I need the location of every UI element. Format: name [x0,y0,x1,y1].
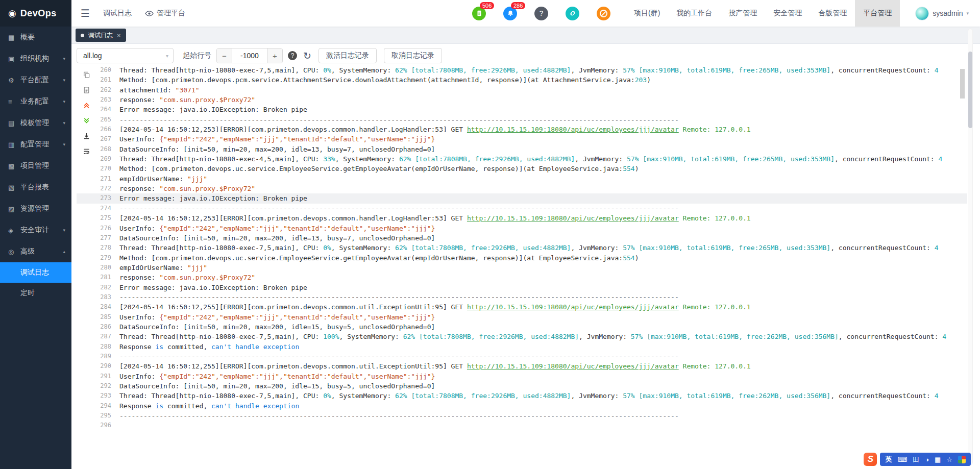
link-button[interactable] [566,7,579,20]
sidebar-item-business-config[interactable]: ≡业务配置▾ [0,91,71,112]
tab-debug-log[interactable]: 调试日志 × [76,29,126,42]
log-text: Thread: Thread[http-nio-18080-exec-7,5,m… [119,391,939,401]
sidebar-item-timer[interactable]: 定时 [0,283,71,303]
log-editor[interactable]: 260Thread: Thread[http-nio-18080-exec-7,… [77,67,967,433]
page-scrollbar[interactable] [968,29,973,465]
log-file-select[interactable]: all.log ▾ [77,48,174,63]
log-lines: 260Thread: Thread[http-nio-18080-exec-7,… [77,67,967,431]
documents-button[interactable]: 506 [472,7,486,20]
sogou-logo-icon[interactable]: S [864,453,877,466]
log-line: 266[2024-05-14 16:50:12,253][ERROR][com.… [77,125,967,134]
sidebar: ◉ DevOps ▦概要▣组织机构▾⚙平台配置▾≡业务配置▾▤模板管理▾▥配置管… [0,0,71,469]
log-text: response: "com.sun.proxy.$Proxy72" [119,95,255,105]
nav-project-group[interactable]: 项目(群) [626,0,668,27]
sidebar-item-resource[interactable]: ▨资源管理 [0,198,71,219]
chevron-up-icon: ▴ [63,249,65,254]
editor-scrollbar-thumb[interactable] [960,69,965,98]
devops-logo-icon: ◉ [8,9,16,18]
increment-button[interactable]: + [267,48,282,63]
sidebar-item-template[interactable]: ▤模板管理▾ [0,112,71,134]
document-icon[interactable] [82,86,91,94]
scroll-top-icon[interactable] [82,101,91,110]
nav-platform[interactable]: 平台管理 [855,0,900,27]
nav-workbench[interactable]: 我的工作台 [668,0,720,27]
sidebar-item-label: 安全审计 [20,226,49,235]
tab-close-icon[interactable]: × [117,32,121,39]
download-icon[interactable] [82,132,91,140]
wrap-lines-icon[interactable] [82,147,91,156]
nav-production[interactable]: 投产管理 [720,0,765,27]
sidebar-item-advanced[interactable]: ◎高级▴ [0,241,71,262]
chevron-down-icon: ▾ [63,228,65,233]
sidebar-item-project[interactable]: ▩项目管理 [0,155,71,177]
log-text: Method: [com.primeton.devops.uc.service.… [119,164,639,174]
log-line: 275[2024-05-14 16:50:12,253][ERROR][com.… [77,213,967,223]
help-badge[interactable]: ? [288,51,297,60]
language-toggle[interactable]: 英 [885,455,892,464]
log-line: 260Thread: Thread[http-nio-18080-exec-7,… [77,67,967,75]
log-line: 264Error message: java.io.IOException: B… [77,105,967,114]
tab-bar: 调试日志 × [71,27,980,44]
editor-toolbar [80,70,93,156]
user-menu[interactable]: sysadmin ▾ [915,7,969,20]
line-number: 263 [91,95,111,105]
ime-more-icon[interactable] [958,456,966,463]
line-number: 294 [91,401,111,411]
shield-icon: ◈ [8,227,16,234]
line-number: 295 [91,411,111,421]
line-number: 265 [91,115,111,125]
log-text: Thread: Thread[http-nio-18080-exec-7,5,m… [119,332,946,341]
activate-log-button[interactable]: 激活日志记录 [318,48,377,63]
sidebar-item-debug-log[interactable]: 调试日志 [0,262,71,283]
decrement-button[interactable]: − [217,48,232,63]
line-number: 272 [91,184,111,193]
log-text: UserInfo: {"empId":"242","empName":"jjj"… [119,372,435,381]
panel-icon[interactable]: ▦ [935,456,941,463]
log-text: UserInfo: {"empId":"242","empName":"jjj"… [119,134,435,144]
platform-view[interactable]: 管理平台 [145,9,185,18]
log-text: Error message: java.io.IOException: Brok… [119,283,307,292]
log-line: 294Response is committed, can't handle e… [77,401,967,411]
log-text: ----------------------------------------… [119,292,679,302]
notifications-button[interactable]: 286 [503,7,517,20]
log-text: empIdOrUserName: "jjj" [119,174,207,184]
log-text: response: "com.sun.proxy.$Proxy72" [119,184,255,193]
copy-icon[interactable] [82,70,91,79]
keyboard-icon[interactable]: ⌨ [897,456,907,463]
sidebar-item-overview[interactable]: ▦概要 [0,27,71,48]
sidebar-item-platform-config[interactable]: ⚙平台配置▾ [0,69,71,91]
log-line: 279Method: [com.primeton.devops.uc.servi… [77,253,967,263]
log-toolbar: all.log ▾ 起始行号 − + ? ↻ 激活日志记录 取消日志记录 [71,44,980,67]
theme-icon[interactable]: ◑ [925,456,929,463]
start-line-label: 起始行号 [183,51,211,60]
sidebar-item-label: 项目管理 [20,161,49,170]
template-icon: ▤ [8,119,16,127]
sidebar-item-label: 概要 [20,33,35,42]
sidebar-item-report[interactable]: ▧平台报表 [0,177,71,198]
sidebar-item-audit[interactable]: ◈安全审计▾ [0,219,71,241]
forbidden-button[interactable] [597,7,610,20]
line-number: 289 [91,352,111,361]
cancel-log-button[interactable]: 取消日志记录 [384,48,442,63]
nav-security[interactable]: 安全管理 [765,0,810,27]
start-line-input[interactable] [232,48,267,63]
sidebar-item-config[interactable]: ▥配置管理▾ [0,134,71,155]
line-number: 277 [91,233,111,243]
sliders-icon: ≡ [8,98,16,106]
scroll-bottom-icon[interactable] [82,116,91,125]
hamburger-menu-icon[interactable]: ☰ [81,7,90,19]
log-line: 273Error message: java.io.IOException: B… [77,193,967,203]
line-number: 279 [91,253,111,263]
page-scrollbar-thumb[interactable] [968,52,972,128]
refresh-icon[interactable]: ↻ [303,51,311,61]
favorite-icon[interactable]: ☆ [946,456,952,463]
fullwidth-icon[interactable]: 田 [913,456,919,463]
line-number: 262 [91,85,111,95]
log-text: DataSourceInfo: [init=50, min=20, max=20… [119,381,435,391]
help-button[interactable]: ? [534,7,548,20]
log-file-select-value: all.log [83,52,102,60]
log-text: [2024-05-14 16:50:12,253][ERROR][com.pri… [119,125,751,134]
line-number: 274 [91,204,111,213]
nav-merge[interactable]: 合版管理 [810,0,855,27]
sidebar-item-org[interactable]: ▣组织机构▾ [0,48,71,69]
